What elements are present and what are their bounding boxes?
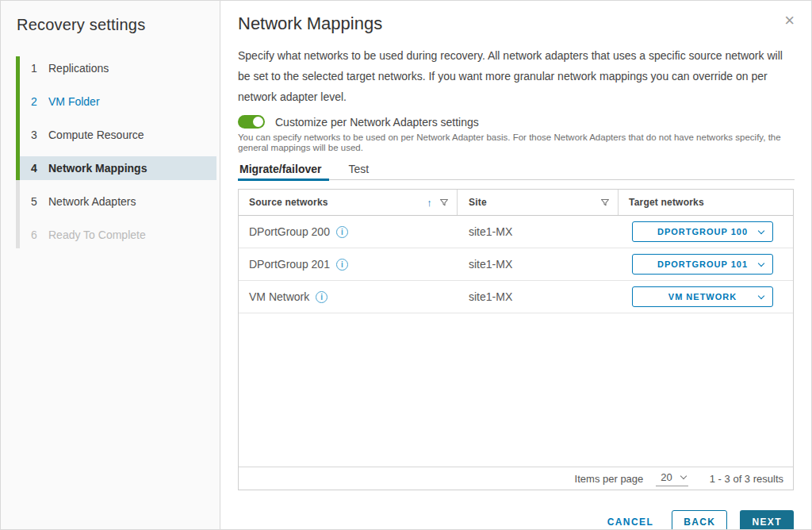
tab-bar: Migrate/failover Test (238, 159, 795, 180)
results-count: 1 - 3 of 3 results (710, 473, 783, 485)
step-label: Ready To Complete (48, 229, 146, 241)
sidebar-item-network-adapters[interactable]: 5 Network Adapters (20, 190, 216, 213)
sidebar-item-replications[interactable]: 1 Replications (20, 56, 216, 80)
cancel-button[interactable]: CANCEL (607, 517, 653, 528)
wizard-title: Recovery settings (17, 15, 220, 34)
source-network-name: DPortGroup 200 (249, 225, 330, 238)
site-cell: site1-MX (458, 225, 619, 238)
wizard-actions: CANCEL BACK NEXT (238, 510, 794, 530)
step-label: Replications (48, 62, 109, 75)
chevron-down-icon (758, 228, 764, 234)
table-pagination: Items per page 20 1 - 3 of 3 results (239, 467, 793, 490)
column-header-target-networks: Target networks (619, 190, 793, 215)
filter-icon[interactable] (600, 198, 610, 207)
sort-ascending-icon[interactable] (427, 197, 432, 209)
column-header-source-networks: Source networks (239, 190, 458, 215)
step-number: 2 (31, 95, 41, 108)
column-label: Target networks (629, 197, 704, 208)
tab-migrate-failover[interactable]: Migrate/failover (238, 159, 329, 179)
toggle-label: Customize per Network Adapters settings (275, 116, 479, 129)
page-title: Network Mappings (238, 13, 382, 34)
chevron-down-icon (758, 293, 764, 299)
target-network-value: DPORTGROUP 100 (657, 227, 748, 236)
sidebar-item-network-mappings[interactable]: 4 Network Mappings (20, 156, 216, 180)
next-button[interactable]: NEXT (740, 510, 794, 530)
target-network-cell: VM NETWORK (619, 286, 793, 307)
source-network-name: DPortGroup 201 (249, 258, 330, 271)
info-icon[interactable] (336, 226, 348, 238)
step-number: 4 (31, 162, 41, 175)
column-header-site: Site (458, 190, 619, 215)
step-label: Compute Resource (48, 129, 144, 141)
panel-description: Specify what networks to be used during … (238, 45, 795, 107)
chevron-down-icon (680, 473, 687, 479)
table-header-row: Source networks Site Target networks (239, 190, 793, 216)
table-row: DPortGroup 200 site1-MX DPORTGROUP 100 (239, 216, 793, 248)
customize-adapters-toggle[interactable] (238, 115, 265, 129)
sidebar-item-compute-resource[interactable]: 3 Compute Resource (20, 123, 216, 147)
network-mappings-panel: Network Mappings Specify what networks t… (220, 1, 811, 529)
column-label: Site (469, 197, 487, 208)
source-network-cell: VM Network (239, 290, 458, 303)
step-label: Network Adapters (48, 195, 136, 208)
step-number: 5 (31, 195, 41, 208)
progress-bar-completed (16, 56, 20, 180)
tab-test[interactable]: Test (347, 159, 373, 179)
target-network-cell: DPORTGROUP 100 (619, 221, 793, 242)
step-label: VM Folder (48, 95, 100, 108)
close-icon[interactable] (784, 13, 795, 28)
toggle-helper-text: You can specify networks to be used on p… (238, 132, 795, 153)
items-per-page-label: Items per page (575, 473, 644, 485)
table-empty-space (239, 313, 793, 467)
target-network-select[interactable]: DPORTGROUP 101 (632, 254, 773, 275)
site-cell: site1-MX (458, 258, 619, 271)
step-number: 1 (31, 62, 41, 75)
source-network-cell: DPortGroup 201 (239, 258, 458, 271)
target-network-select[interactable]: DPORTGROUP 100 (632, 221, 773, 242)
chevron-down-icon (758, 260, 764, 267)
wizard-sidebar: Recovery settings 1 Replications 2 VM Fo… (1, 1, 220, 529)
table-row: DPortGroup 201 site1-MX DPORTGROUP 101 (239, 248, 793, 281)
step-number: 6 (31, 229, 41, 241)
column-label: Source networks (249, 197, 328, 208)
wizard-steps: 1 Replications 2 VM Folder 3 Compute Res… (1, 56, 220, 247)
source-network-cell: DPortGroup 200 (239, 225, 458, 238)
panel-header: Network Mappings (238, 13, 795, 34)
info-icon[interactable] (316, 291, 327, 303)
progress-bar-remaining (16, 180, 20, 248)
info-icon[interactable] (336, 259, 348, 271)
site-cell: site1-MX (458, 290, 619, 303)
items-per-page-select[interactable]: 20 (656, 471, 688, 486)
sidebar-item-ready-to-complete: 6 Ready To Complete (20, 223, 216, 247)
page-size-value: 20 (661, 471, 672, 483)
target-network-value: VM NETWORK (668, 292, 737, 301)
table-row: VM Network site1-MX VM NETWORK (239, 281, 793, 313)
network-mappings-table: Source networks Site Target networks D (238, 189, 794, 490)
sidebar-item-vm-folder[interactable]: 2 VM Folder (20, 90, 216, 113)
target-network-select[interactable]: VM NETWORK (632, 286, 773, 307)
toggle-row: Customize per Network Adapters settings (238, 115, 795, 129)
target-network-cell: DPORTGROUP 101 (619, 254, 793, 275)
target-network-value: DPORTGROUP 101 (657, 259, 748, 269)
back-button[interactable]: BACK (672, 510, 727, 530)
step-label: Network Mappings (48, 162, 147, 175)
step-number: 3 (31, 129, 41, 141)
filter-icon[interactable] (439, 198, 449, 207)
source-network-name: VM Network (249, 290, 309, 303)
